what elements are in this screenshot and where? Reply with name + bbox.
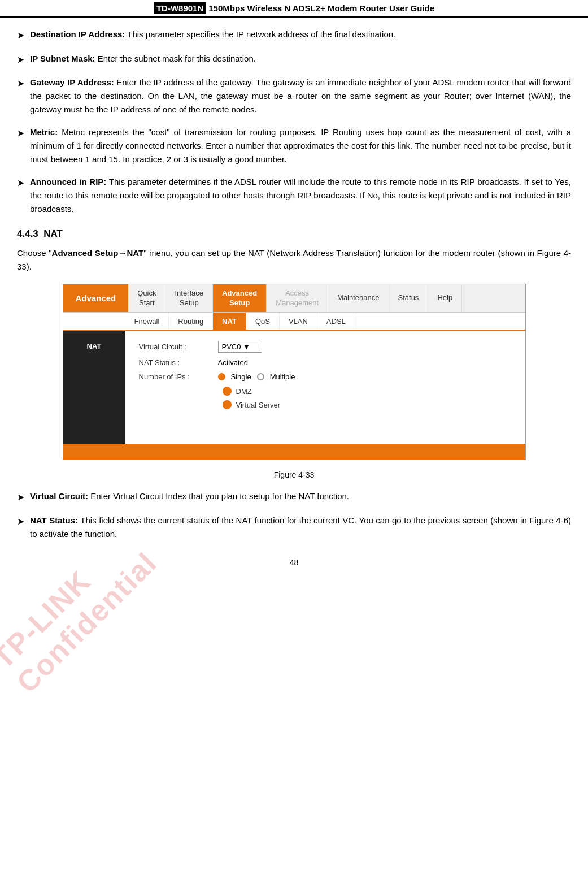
sub-nav-adsl[interactable]: ADSL bbox=[317, 313, 355, 330]
nat-status-label: NAT Status : bbox=[139, 358, 218, 367]
bullet-nat-status: ➤ NAT Status: This field shows the curre… bbox=[17, 514, 571, 541]
term-metric: Metric: bbox=[30, 127, 58, 137]
bullet-arrow-7: ➤ bbox=[17, 514, 24, 541]
nat-status-value: Activated bbox=[218, 358, 248, 367]
nav-item-quick-start[interactable]: QuickStart bbox=[128, 284, 165, 312]
number-of-ips-label: Number of IPs : bbox=[139, 372, 218, 381]
term-ip-subnet: IP Subnet Mask: bbox=[30, 54, 95, 63]
nat-status-value-container: Activated bbox=[218, 358, 248, 367]
sub-nav-firewall[interactable]: Firewall bbox=[125, 313, 169, 330]
form-row-virtual-circuit: Virtual Circuit : PVC0 ▼ bbox=[139, 341, 512, 353]
virtual-circuit-value-container: PVC0 ▼ bbox=[218, 341, 262, 353]
nav-advanced[interactable]: Advanced bbox=[63, 284, 129, 312]
nav-item-help[interactable]: Help bbox=[428, 284, 462, 312]
nav-item-maintenance[interactable]: Maintenance bbox=[328, 284, 389, 312]
nav-items: QuickStart InterfaceSetup AdvancedSetup … bbox=[128, 284, 525, 312]
multiple-label: Multiple bbox=[270, 372, 295, 381]
bullet-text-6: Virtual Circuit: Enter Virtual Circuit I… bbox=[30, 490, 571, 505]
bullet-arrow-5: ➤ bbox=[17, 176, 24, 216]
term-gateway-ip: Gateway IP Address: bbox=[30, 77, 114, 87]
bullet-text-7: NAT Status: This field shows the current… bbox=[30, 514, 571, 541]
radio-single[interactable] bbox=[218, 373, 225, 380]
nav-item-advanced-setup[interactable]: AdvancedSetup bbox=[213, 284, 267, 312]
bullet-ip-subnet: ➤ IP Subnet Mask: Enter the subnet mask … bbox=[17, 52, 571, 67]
term-destination-ip: Destination IP Address: bbox=[30, 29, 125, 39]
bullet-virtual-circuit: ➤ Virtual Circuit: Enter Virtual Circuit… bbox=[17, 490, 571, 505]
dmz-icon bbox=[223, 387, 232, 396]
bullet-gateway-ip: ➤ Gateway IP Address: Enter the IP addre… bbox=[17, 76, 571, 116]
router-sidebar: NAT bbox=[63, 331, 125, 444]
bullet-arrow-6: ➤ bbox=[17, 490, 24, 505]
figure-caption: Figure 4-33 bbox=[17, 470, 571, 479]
link-row-virtual-server: Virtual Server bbox=[139, 400, 512, 409]
model-name: TD-W8901N bbox=[154, 2, 206, 14]
sub-nav: Firewall Routing NAT QoS VLAN ADSL bbox=[63, 313, 525, 331]
menu-path: Advanced Setup→NAT bbox=[52, 248, 144, 258]
term-virtual-circuit: Virtual Circuit: bbox=[30, 491, 88, 501]
bullet-announced-rip: ➤ Announced in RIP: This parameter deter… bbox=[17, 175, 571, 216]
page-number: 48 bbox=[0, 558, 588, 578]
bullet-text-4: Metric: Metric represents the "cost" of … bbox=[30, 125, 571, 166]
router-main: Virtual Circuit : PVC0 ▼ NAT Status : Ac… bbox=[125, 331, 525, 444]
page-title: 150Mbps Wireless N ADSL2+ Modem Router U… bbox=[208, 3, 434, 13]
intro-paragraph: Choose "Advanced Setup→NAT" menu, you ca… bbox=[17, 246, 571, 274]
nav-item-access-management[interactable]: AccessManagement bbox=[267, 284, 328, 312]
bullet-arrow-2: ➤ bbox=[17, 53, 24, 67]
main-content: ➤ Destination IP Address: This parameter… bbox=[0, 28, 588, 541]
sub-nav-nat[interactable]: NAT bbox=[213, 313, 246, 330]
nav-item-interface-setup[interactable]: InterfaceSetup bbox=[165, 284, 213, 312]
bullet-text-1: Destination IP Address: This parameter s… bbox=[30, 28, 571, 43]
watermark-text: TP-LINKConfidential bbox=[0, 522, 163, 699]
virtual-circuit-label: Virtual Circuit : bbox=[139, 343, 218, 351]
radio-multiple[interactable] bbox=[257, 373, 264, 380]
router-body: NAT Virtual Circuit : PVC0 ▼ NAT Status … bbox=[63, 331, 525, 444]
link-row-dmz: DMZ bbox=[139, 387, 512, 396]
sub-nav-qos[interactable]: QoS bbox=[246, 313, 280, 330]
section-header: 4.4.3 NAT bbox=[17, 228, 571, 240]
bullet-arrow-1: ➤ bbox=[17, 28, 24, 43]
virtual-circuit-select[interactable]: PVC0 ▼ bbox=[218, 341, 262, 353]
dmz-link[interactable]: DMZ bbox=[236, 387, 252, 396]
bullet-arrow-3: ➤ bbox=[17, 76, 24, 116]
term-nat-status: NAT Status: bbox=[30, 516, 78, 525]
bullet-text-3: Gateway IP Address: Enter the IP address… bbox=[30, 76, 571, 116]
bullet-arrow-4: ➤ bbox=[17, 126, 24, 166]
router-bottom-bar bbox=[63, 444, 525, 460]
nav-item-status[interactable]: Status bbox=[389, 284, 429, 312]
sub-nav-routing[interactable]: Routing bbox=[169, 313, 213, 330]
virtual-server-icon bbox=[223, 400, 232, 409]
virtual-server-link[interactable]: Virtual Server bbox=[236, 401, 281, 409]
single-label: Single bbox=[231, 372, 251, 381]
form-row-number-of-ips: Number of IPs : Single Multiple bbox=[139, 372, 512, 381]
term-announced-rip: Announced in RIP: bbox=[30, 177, 106, 187]
bullet-text-5: Announced in RIP: This parameter determi… bbox=[30, 175, 571, 216]
nav-bar: Advanced QuickStart InterfaceSetup Advan… bbox=[63, 284, 525, 313]
sub-nav-vlan[interactable]: VLAN bbox=[280, 313, 317, 330]
bullet-text-2: IP Subnet Mask: Enter the subnet mask fo… bbox=[30, 52, 571, 67]
bullet-destination-ip: ➤ Destination IP Address: This parameter… bbox=[17, 28, 571, 43]
router-screenshot: Advanced QuickStart InterfaceSetup Advan… bbox=[63, 284, 526, 460]
page-header: TD-W8901N150Mbps Wireless N ADSL2+ Modem… bbox=[0, 0, 588, 18]
sidebar-label: NAT bbox=[87, 342, 102, 350]
number-of-ips-options: Single Multiple bbox=[218, 372, 295, 381]
form-row-nat-status: NAT Status : Activated bbox=[139, 358, 512, 367]
bullet-metric: ➤ Metric: Metric represents the "cost" o… bbox=[17, 125, 571, 166]
